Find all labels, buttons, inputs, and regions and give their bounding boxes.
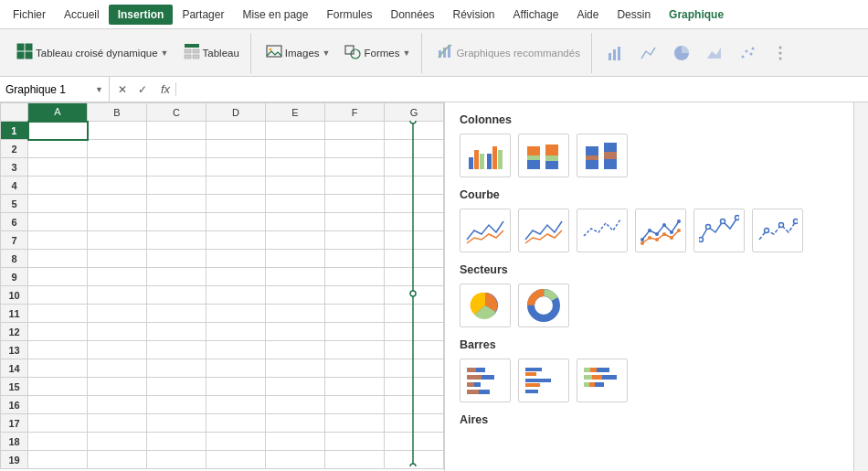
- cell-G14[interactable]: [385, 359, 444, 378]
- cell-E13[interactable]: [266, 341, 325, 359]
- menu-donnees[interactable]: Données: [381, 5, 443, 25]
- cell-D8[interactable]: [206, 250, 266, 268]
- cell-F9[interactable]: [325, 268, 385, 286]
- cell-G1[interactable]: [385, 122, 444, 140]
- cell-D9[interactable]: [206, 268, 266, 286]
- cell-A4[interactable]: [28, 177, 88, 195]
- cell-E11[interactable]: [266, 305, 325, 323]
- menu-insertion[interactable]: Insertion: [109, 5, 174, 25]
- cell-D10[interactable]: [206, 286, 266, 305]
- cell-F7[interactable]: [325, 231, 385, 250]
- cell-A15[interactable]: [28, 378, 88, 396]
- cell-C19[interactable]: [147, 451, 206, 469]
- cell-A11[interactable]: [28, 305, 88, 323]
- cell-G7[interactable]: [385, 231, 444, 250]
- bar-chart-h-3[interactable]: [577, 359, 628, 402]
- cell-C16[interactable]: [147, 396, 206, 414]
- confirm-formula-btn[interactable]: ✓: [133, 80, 152, 99]
- cell-F6[interactable]: [325, 213, 385, 231]
- cell-F19[interactable]: [325, 451, 385, 469]
- menu-revision[interactable]: Révision: [444, 5, 504, 25]
- cell-E19[interactable]: [266, 451, 325, 469]
- cell-F1[interactable]: [325, 122, 385, 140]
- col-header-a[interactable]: A: [28, 103, 88, 122]
- cell-G11[interactable]: [385, 305, 444, 323]
- cell-C12[interactable]: [147, 323, 206, 341]
- cell-E15[interactable]: [266, 378, 325, 396]
- col-header-f[interactable]: F: [325, 103, 385, 122]
- col-header-e[interactable]: E: [266, 103, 325, 122]
- cell-C7[interactable]: [147, 231, 206, 250]
- cell-A16[interactable]: [28, 396, 88, 414]
- cell-A8[interactable]: [28, 250, 88, 268]
- cell-A19[interactable]: [28, 451, 88, 469]
- cell-D3[interactable]: [206, 158, 266, 177]
- cell-E9[interactable]: [266, 268, 325, 286]
- cell-E1[interactable]: [266, 122, 325, 140]
- donut-chart-1[interactable]: [518, 284, 569, 327]
- cell-E2[interactable]: [266, 140, 325, 158]
- line-chart-3[interactable]: [577, 209, 628, 252]
- cell-F18[interactable]: [325, 433, 385, 451]
- cell-B15[interactable]: [88, 378, 147, 396]
- cell-B9[interactable]: [88, 268, 147, 286]
- formula-input[interactable]: [176, 83, 868, 96]
- col-header-c[interactable]: C: [147, 103, 206, 122]
- graphiques-recommandes-btn[interactable]: Graphiques recommandés: [431, 40, 586, 66]
- cell-E3[interactable]: [266, 158, 325, 177]
- menu-partager[interactable]: Partager: [173, 5, 233, 25]
- cell-G6[interactable]: [385, 213, 444, 231]
- cell-F3[interactable]: [325, 158, 385, 177]
- cell-E10[interactable]: [266, 286, 325, 305]
- cell-A13[interactable]: [28, 341, 88, 359]
- cell-B4[interactable]: [88, 177, 147, 195]
- images-btn[interactable]: Images ▼: [260, 40, 336, 66]
- tableau-croise-btn[interactable]: Tableau croisé dynamique ▼: [11, 40, 175, 66]
- cell-G3[interactable]: [385, 158, 444, 177]
- cell-B17[interactable]: [88, 414, 147, 433]
- cell-F14[interactable]: [325, 359, 385, 378]
- col-header-d[interactable]: D: [206, 103, 266, 122]
- cell-G5[interactable]: [385, 195, 444, 213]
- cell-D17[interactable]: [206, 414, 266, 433]
- cell-D16[interactable]: [206, 396, 266, 414]
- cell-D18[interactable]: [206, 433, 266, 451]
- scrollbar[interactable]: [853, 102, 868, 471]
- cell-F2[interactable]: [325, 140, 385, 158]
- menu-fichier[interactable]: Fichier: [4, 5, 55, 25]
- name-box[interactable]: Graphique 1 ▼: [0, 77, 110, 102]
- cell-F17[interactable]: [325, 414, 385, 433]
- cell-D11[interactable]: [206, 305, 266, 323]
- cell-C10[interactable]: [147, 286, 206, 305]
- cell-E18[interactable]: [266, 433, 325, 451]
- cell-A7[interactable]: [28, 231, 88, 250]
- cell-B11[interactable]: [88, 305, 147, 323]
- cell-G18[interactable]: [385, 433, 444, 451]
- cell-C5[interactable]: [147, 195, 206, 213]
- cell-C3[interactable]: [147, 158, 206, 177]
- cell-E8[interactable]: [266, 250, 325, 268]
- cell-A14[interactable]: [28, 359, 88, 378]
- cell-F11[interactable]: [325, 305, 385, 323]
- cell-D7[interactable]: [206, 231, 266, 250]
- menu-dessin[interactable]: Dessin: [608, 5, 660, 25]
- cell-A3[interactable]: [28, 158, 88, 177]
- cell-B5[interactable]: [88, 195, 147, 213]
- pie-chart-btn[interactable]: [667, 41, 696, 65]
- cell-E14[interactable]: [266, 359, 325, 378]
- cell-B18[interactable]: [88, 433, 147, 451]
- cell-A1[interactable]: [28, 122, 88, 140]
- menu-graphique[interactable]: Graphique: [660, 5, 733, 25]
- cell-F16[interactable]: [325, 396, 385, 414]
- cell-B12[interactable]: [88, 323, 147, 341]
- cell-B8[interactable]: [88, 250, 147, 268]
- cell-B16[interactable]: [88, 396, 147, 414]
- cell-E12[interactable]: [266, 323, 325, 341]
- cell-G2[interactable]: [385, 140, 444, 158]
- area-chart-btn[interactable]: [700, 41, 729, 65]
- cell-C18[interactable]: [147, 433, 206, 451]
- line-chart-1[interactable]: [460, 209, 511, 252]
- col-chart-2[interactable]: [518, 134, 569, 177]
- col-header-b[interactable]: B: [88, 103, 147, 122]
- cell-A12[interactable]: [28, 323, 88, 341]
